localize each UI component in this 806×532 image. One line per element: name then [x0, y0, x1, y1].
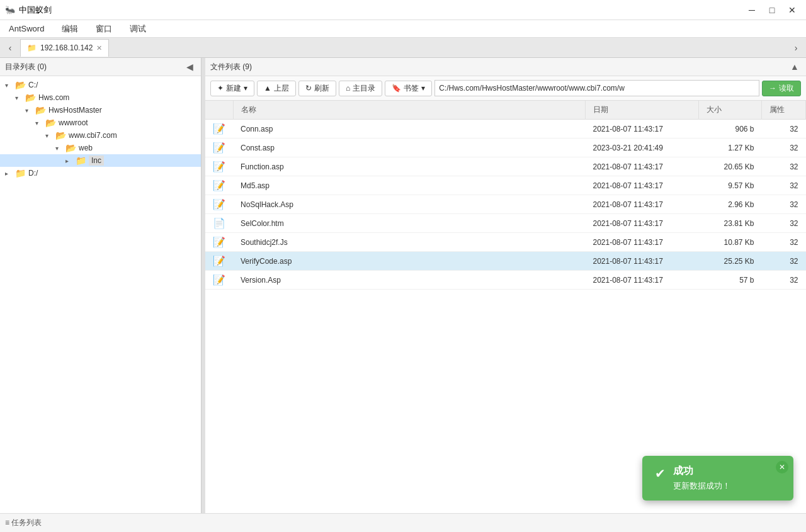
file-attr-cell: 32: [762, 139, 806, 157]
table-row[interactable]: 📝Md5.asp2021-08-07 11:43:179.57 Kb32: [205, 176, 806, 195]
asp-file-icon: 📝: [213, 237, 225, 247]
tree-label: C:/: [28, 81, 38, 89]
right-panel: 文件列表 (9) ▲ ✦ 新建 ▾ ▲ 上层 ↻ 刷新 ⌂ 主目录 �: [205, 58, 806, 513]
col-date: 日期: [586, 101, 699, 120]
menubar: AntSword 编辑 窗口 调试: [0, 20, 806, 38]
col-size: 大小: [699, 101, 762, 120]
go-button[interactable]: → 读取: [762, 81, 801, 96]
toast-title: 成功: [673, 465, 730, 478]
table-row[interactable]: 📝Conn.asp2021-08-07 11:43:17906 b32: [205, 120, 806, 139]
table-row[interactable]: 📝Const.asp2023-03-21 20:41:491.27 Kb32: [205, 139, 806, 157]
col-icon: [205, 101, 233, 120]
tree-label: Inc: [89, 156, 104, 166]
main-area: 目录列表 (0) ◀ ▾📂C:/▾📂Hws.com▾📂HwsHostMaster…: [0, 58, 806, 513]
app-icon: 🐜: [5, 5, 15, 14]
table-row[interactable]: 📄SelColor.htm2021-08-07 11:43:1723.81 Kb…: [205, 214, 806, 233]
tree-arrow-icon: ▸: [65, 157, 73, 164]
table-header: 名称 日期 大小 属性: [205, 101, 806, 120]
home-button[interactable]: ⌂ 主目录: [339, 81, 382, 96]
file-icon-cell: 📝: [205, 157, 233, 176]
file-name-cell: SelColor.htm: [233, 214, 586, 233]
asp-file-icon: 📝: [213, 161, 225, 172]
home-label: 主目录: [353, 83, 375, 94]
bookmark-dropdown-icon: ▾: [421, 84, 425, 93]
tree-node-hws[interactable]: ▾📂Hws.com: [0, 91, 201, 104]
folder-icon: 📂: [25, 93, 36, 103]
toast-close-button[interactable]: ✕: [776, 461, 788, 473]
file-attr-cell: 32: [762, 176, 806, 195]
bookmark-icon: 🔖: [392, 84, 401, 93]
table-row[interactable]: 📝VerifyCode.asp2021-08-07 11:43:1725.25 …: [205, 252, 806, 271]
bookmark-button[interactable]: 🔖 书签 ▾: [385, 81, 432, 96]
tree-node-wwwroot[interactable]: ▾📂wwwroot: [0, 116, 201, 129]
collapse-left-button[interactable]: ◀: [183, 60, 196, 73]
file-icon-cell: 📝: [205, 195, 233, 214]
asp-file-icon: 📝: [213, 274, 225, 285]
file-attr-cell: 32: [762, 271, 806, 290]
file-icon-cell: 📝: [205, 233, 233, 252]
new-dropdown-icon: ▾: [244, 84, 247, 93]
asp-file-icon: 📝: [213, 199, 225, 210]
tree-node-inc[interactable]: ▸📁Inc: [0, 154, 201, 167]
home-icon: ⌂: [346, 84, 350, 93]
tab-forward-button[interactable]: ›: [788, 39, 803, 57]
task-list-label: ≡ 任务列表: [5, 518, 42, 528]
toolbar: ✦ 新建 ▾ ▲ 上层 ↻ 刷新 ⌂ 主目录 🔖 书签 ▾: [205, 76, 806, 101]
minimize-button[interactable]: ─: [743, 4, 761, 16]
tab-back-button[interactable]: ‹: [3, 39, 18, 57]
file-icon-cell: 📝: [205, 139, 233, 157]
tab-close-button[interactable]: ✕: [96, 44, 102, 52]
tree-node-d[interactable]: ▸📁D:/: [0, 167, 201, 179]
menu-antsword[interactable]: AntSword: [5, 23, 48, 35]
tree-node-cbi7[interactable]: ▾📂www.cbi7.com: [0, 129, 201, 142]
file-size-cell: 20.65 Kb: [699, 157, 762, 176]
tree-node-c[interactable]: ▾📂C:/: [0, 79, 201, 91]
asp-file-icon: 📝: [213, 180, 225, 191]
tree-label: D:/: [28, 169, 38, 178]
titlebar-left: 🐜 中国蚁剑: [5, 4, 52, 16]
menu-debug[interactable]: 调试: [126, 22, 150, 36]
tree-arrow-icon: ▾: [15, 94, 23, 101]
folder-icon: 📁: [15, 168, 26, 178]
asp-file-icon: 📝: [213, 142, 225, 153]
new-icon: ✦: [217, 84, 224, 93]
file-date-cell: 2021-08-07 11:43:17: [586, 271, 699, 290]
close-button[interactable]: ✕: [783, 4, 801, 16]
refresh-button[interactable]: ↻ 刷新: [298, 81, 336, 96]
left-panel-header: 目录列表 (0) ◀: [0, 58, 201, 76]
file-table: 名称 日期 大小 属性 📝Conn.asp2021-08-07 11:43:17…: [205, 101, 806, 513]
toast-success-icon: ✔: [655, 466, 666, 481]
left-panel: 目录列表 (0) ◀ ▾📂C:/▾📂Hws.com▾📂HwsHostMaster…: [0, 58, 202, 513]
maximize-button[interactable]: □: [763, 4, 781, 16]
tree-node-web[interactable]: ▾📂web: [0, 142, 201, 154]
file-date-cell: 2021-08-07 11:43:17: [586, 176, 699, 195]
file-name-cell: Md5.asp: [233, 176, 586, 195]
table-row[interactable]: 📝Southidcj2f.Js2021-08-07 11:43:1710.87 …: [205, 233, 806, 252]
expand-right-button[interactable]: ▲: [788, 60, 801, 73]
new-button[interactable]: ✦ 新建 ▾: [210, 81, 254, 96]
table-row[interactable]: 📝NoSqlHack.Asp2021-08-07 11:43:172.96 Kb…: [205, 195, 806, 214]
up-button[interactable]: ▲ 上层: [257, 81, 296, 96]
menu-window[interactable]: 窗口: [92, 22, 116, 36]
file-size-cell: 23.81 Kb: [699, 214, 762, 233]
tab-item[interactable]: 📁 192.168.10.142 ✕: [20, 39, 109, 57]
file-attr-cell: 32: [762, 233, 806, 252]
path-input[interactable]: [434, 80, 759, 96]
table-row[interactable]: 📝Function.asp2021-08-07 11:43:1720.65 Kb…: [205, 157, 806, 176]
file-date-cell: 2021-08-07 11:43:17: [586, 233, 699, 252]
file-date-cell: 2021-08-07 11:43:17: [586, 157, 699, 176]
file-name-cell: Southidcj2f.Js: [233, 233, 586, 252]
app-title: 中国蚁剑: [19, 4, 52, 16]
new-label: 新建: [226, 83, 241, 94]
file-date-cell: 2021-08-07 11:43:17: [586, 214, 699, 233]
titlebar: 🐜 中国蚁剑 ─ □ ✕: [0, 0, 806, 20]
table-row[interactable]: 📝Version.Asp2021-08-07 11:43:1757 b32: [205, 271, 806, 290]
menu-edit[interactable]: 编辑: [58, 22, 82, 36]
file-name-cell: Conn.asp: [233, 120, 586, 139]
file-size-cell: 10.87 Kb: [699, 233, 762, 252]
tabbar: ‹ 📁 192.168.10.142 ✕ ›: [0, 38, 806, 58]
file-date-cell: 2023-03-21 20:41:49: [586, 139, 699, 157]
tree-arrow-icon: ▾: [25, 107, 33, 114]
tree-node-hwshost[interactable]: ▾📂HwsHostMaster: [0, 104, 201, 116]
file-size-cell: 2.96 Kb: [699, 195, 762, 214]
